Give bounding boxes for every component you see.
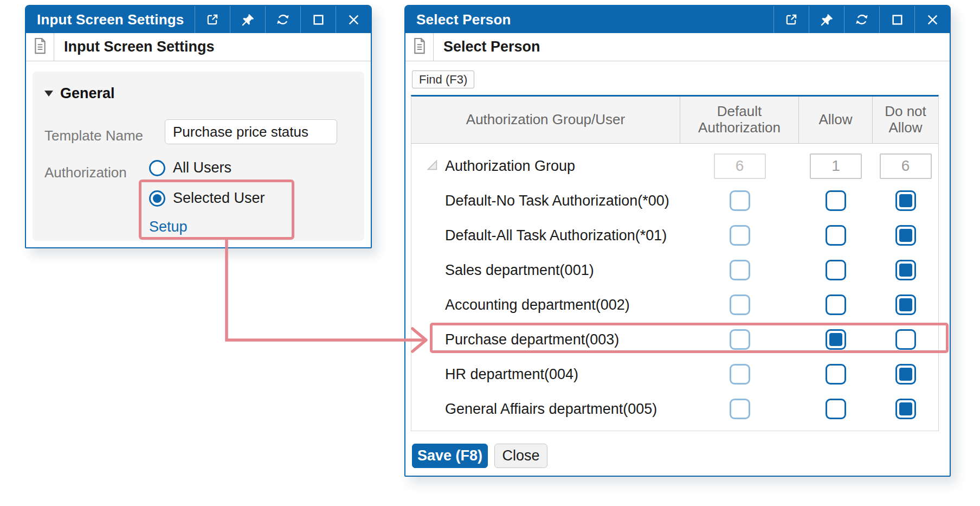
checkbox-default-authorization[interactable]	[730, 364, 750, 385]
table-row-purchase-department: Purchase department(003)	[411, 322, 938, 357]
column-header-do-not-allow[interactable]: Do not Allow	[873, 97, 938, 143]
checkbox-do-not-allow[interactable]	[895, 399, 916, 419]
checkbox-do-not-allow[interactable]	[895, 225, 916, 246]
save-button[interactable]: Save (F8)	[412, 444, 488, 468]
checkbox-do-not-allow[interactable]	[895, 329, 916, 350]
close-button[interactable]	[914, 6, 950, 33]
radio-selected-user-circle[interactable]	[149, 190, 165, 207]
radio-all-users[interactable]: All Users	[149, 159, 231, 176]
row-label: General Affiairs department(005)	[411, 401, 680, 418]
checkbox-default-authorization[interactable]	[730, 225, 750, 246]
checkbox-do-not-allow[interactable]	[895, 294, 916, 315]
left-dialog-doc-title: Input Screen Settings	[54, 33, 215, 61]
open-in-new-window-icon	[784, 12, 798, 27]
checkbox-default-authorization[interactable]	[730, 260, 750, 280]
left-titlebar-buttons	[195, 6, 371, 33]
setup-link[interactable]: Setup	[149, 219, 188, 235]
refresh-icon	[855, 12, 869, 27]
table-row: HR department(004)	[411, 357, 938, 392]
checkbox-allow[interactable]	[826, 225, 846, 246]
left-dialog-title: Input Screen Settings	[26, 6, 195, 33]
checkbox-allow[interactable]	[826, 260, 846, 280]
radio-all-users-label: All Users	[173, 159, 231, 176]
close-icon	[347, 13, 360, 27]
table-header-row: Authorization Group/User Default Authori…	[411, 97, 938, 144]
checkbox-default-authorization[interactable]	[730, 294, 750, 315]
template-name-input[interactable]	[165, 119, 337, 144]
table-row: Sales department(001)	[411, 253, 938, 287]
open-in-new-window-icon	[205, 12, 220, 27]
checkbox-allow[interactable]	[826, 294, 846, 315]
document-icon	[412, 37, 427, 56]
checkbox-do-not-allow[interactable]	[895, 364, 916, 385]
do-not-allow-count-box[interactable]: 6	[880, 153, 932, 179]
maximize-icon	[312, 13, 325, 27]
open-in-new-window-button[interactable]	[195, 6, 230, 33]
right-dialog-subheader: Select Person	[405, 33, 950, 61]
row-label: Default-All Task Authorization(*01)	[411, 227, 680, 244]
close-button[interactable]	[336, 6, 371, 33]
checkbox-default-authorization[interactable]	[730, 399, 750, 419]
section-general-toggle[interactable]: General	[44, 85, 115, 102]
table-row: General Affiairs department(005)	[411, 392, 938, 426]
row-label: HR department(004)	[411, 366, 680, 383]
checkbox-allow[interactable]	[826, 399, 846, 419]
maximize-button[interactable]	[879, 6, 914, 33]
table-row: Default-All Task Authorization(*01)	[411, 218, 938, 253]
close-button-footer[interactable]: Close	[494, 444, 547, 468]
checkbox-default-authorization[interactable]	[730, 329, 750, 350]
right-dialog-doc-title: Select Person	[434, 33, 540, 61]
default-authorization-count-box[interactable]: 6	[714, 153, 766, 179]
checkbox-allow[interactable]	[826, 190, 846, 211]
document-icon-cell	[405, 33, 434, 61]
pin-icon	[241, 13, 255, 27]
checkbox-allow[interactable]	[826, 364, 846, 385]
authorization-label: Authorization	[44, 164, 127, 181]
table-group-row: Authorization Group 6 1 6	[411, 149, 938, 183]
allow-count-box[interactable]: 1	[810, 153, 862, 179]
row-label: Sales department(001)	[411, 262, 680, 279]
right-dialog-title: Select Person	[405, 6, 773, 33]
refresh-button[interactable]	[844, 6, 879, 33]
close-icon	[926, 13, 939, 27]
row-label: Default-No Task Authorization(*00)	[411, 193, 680, 209]
checkbox-do-not-allow[interactable]	[895, 190, 916, 211]
group-row-label-cell: Authorization Group	[411, 158, 680, 175]
find-button[interactable]: Find (F3)	[412, 71, 474, 88]
pin-icon	[820, 13, 834, 27]
left-dialog-titlebar: Input Screen Settings	[26, 6, 371, 33]
radio-selected-user-label: Selected User	[173, 190, 265, 207]
column-header-allow[interactable]: Allow	[799, 97, 873, 143]
maximize-button[interactable]	[300, 6, 336, 33]
document-icon	[33, 37, 47, 56]
section-general-label: General	[60, 85, 115, 102]
right-titlebar-buttons	[773, 6, 950, 33]
pin-button[interactable]	[809, 6, 844, 33]
column-header-default-authorization[interactable]: Default Authorization	[680, 97, 799, 143]
document-icon-cell	[26, 33, 54, 61]
row-label: Accounting department(002)	[411, 297, 680, 313]
page: Input Screen Settings	[0, 0, 980, 506]
table-row: Accounting department(002)	[411, 287, 938, 322]
checkbox-do-not-allow[interactable]	[895, 260, 916, 280]
refresh-button[interactable]	[265, 6, 300, 33]
maximize-icon	[891, 13, 904, 27]
input-screen-settings-dialog: Input Screen Settings	[25, 5, 372, 248]
authorization-table: Authorization Group/User Default Authori…	[411, 95, 939, 431]
column-header-authorization-group-user[interactable]: Authorization Group/User	[411, 97, 680, 143]
left-dialog-subheader: Input Screen Settings	[26, 33, 371, 61]
refresh-icon	[276, 12, 290, 27]
pin-button[interactable]	[230, 6, 265, 33]
checkbox-allow[interactable]	[826, 329, 846, 350]
right-dialog-titlebar: Select Person	[405, 6, 950, 33]
checkbox-default-authorization[interactable]	[730, 190, 750, 211]
radio-selected-user[interactable]: Selected User	[149, 190, 265, 207]
collapse-triangle-icon[interactable]	[427, 158, 438, 175]
open-in-new-window-button[interactable]	[773, 6, 809, 33]
row-label: Purchase department(003)	[411, 331, 680, 348]
table-row: Default-No Task Authorization(*00)	[411, 183, 938, 218]
chevron-down-icon	[44, 91, 53, 97]
select-person-dialog: Select Person	[404, 5, 951, 477]
group-row-label: Authorization Group	[445, 158, 575, 175]
radio-all-users-circle[interactable]	[149, 160, 165, 176]
